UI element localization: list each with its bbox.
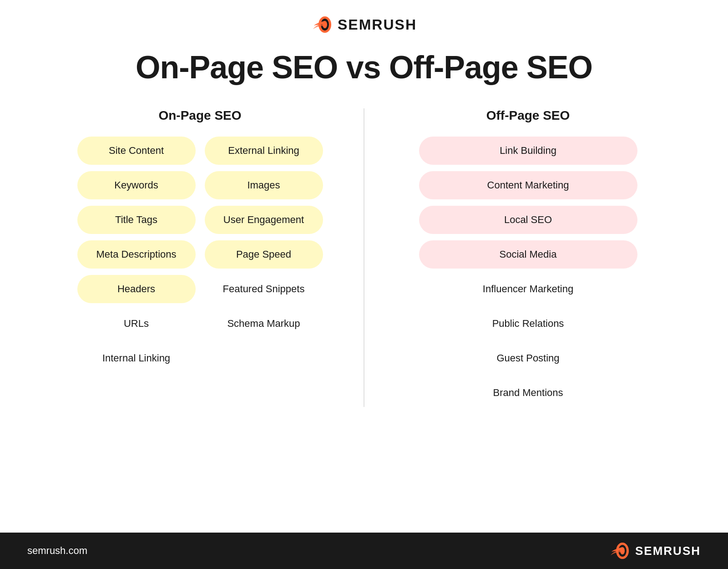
pill-page-speed: Page Speed bbox=[205, 240, 323, 269]
pill-link-building: Link Building bbox=[419, 137, 637, 165]
pill-meta-descriptions: Meta Descriptions bbox=[77, 240, 196, 269]
pill-schema-markup: Schema Markup bbox=[205, 310, 323, 338]
offpage-column: Off-Page SEO Link Building Content Marke… bbox=[374, 108, 682, 407]
offpage-column-title: Off-Page SEO bbox=[486, 108, 570, 123]
pill-brand-mentions: Brand Mentions bbox=[419, 379, 637, 407]
pill-internal-linking: Internal Linking bbox=[77, 344, 196, 372]
offpage-items: Link Building Content Marketing Local SE… bbox=[374, 137, 682, 407]
pill-title-tags: Title Tags bbox=[77, 206, 196, 234]
onpage-subcol-1: Site Content Keywords Title Tags Meta De… bbox=[77, 137, 196, 372]
pill-user-engagement: User Engagement bbox=[205, 206, 323, 234]
footer-semrush-icon bbox=[609, 540, 631, 562]
page-title: On-Page SEO vs Off-Page SEO bbox=[136, 49, 592, 86]
logo-text: SEMRUSH bbox=[338, 16, 417, 33]
onpage-subcol-2: External Linking Images User Engagement … bbox=[205, 137, 323, 372]
footer-logo: SEMRUSH bbox=[609, 540, 701, 562]
footer-url: semrush.com bbox=[27, 545, 87, 557]
footer: semrush.com SEMRUSH bbox=[0, 533, 728, 569]
column-divider bbox=[364, 108, 364, 407]
semrush-logo-icon bbox=[311, 14, 333, 36]
pill-content-marketing: Content Marketing bbox=[419, 171, 637, 199]
pill-external-linking: External Linking bbox=[205, 137, 323, 165]
pill-public-relations: Public Relations bbox=[419, 310, 637, 338]
onpage-column: On-Page SEO Site Content Keywords Title … bbox=[46, 108, 354, 407]
pill-keywords: Keywords bbox=[77, 171, 196, 199]
footer-logo-text: SEMRUSH bbox=[635, 544, 701, 558]
pill-local-seo: Local SEO bbox=[419, 206, 637, 234]
pill-headers: Headers bbox=[77, 275, 196, 303]
logo-header: SEMRUSH bbox=[311, 14, 417, 36]
onpage-column-title: On-Page SEO bbox=[158, 108, 241, 123]
pill-guest-posting: Guest Posting bbox=[419, 344, 637, 372]
pill-site-content: Site Content bbox=[77, 137, 196, 165]
pill-urls: URLs bbox=[77, 310, 196, 338]
pill-social-media: Social Media bbox=[419, 240, 637, 269]
pill-images: Images bbox=[205, 171, 323, 199]
pill-featured-snippets: Featured Snippets bbox=[205, 275, 323, 303]
onpage-grid: Site Content Keywords Title Tags Meta De… bbox=[46, 137, 354, 372]
pill-influencer-marketing: Influencer Marketing bbox=[419, 275, 637, 303]
